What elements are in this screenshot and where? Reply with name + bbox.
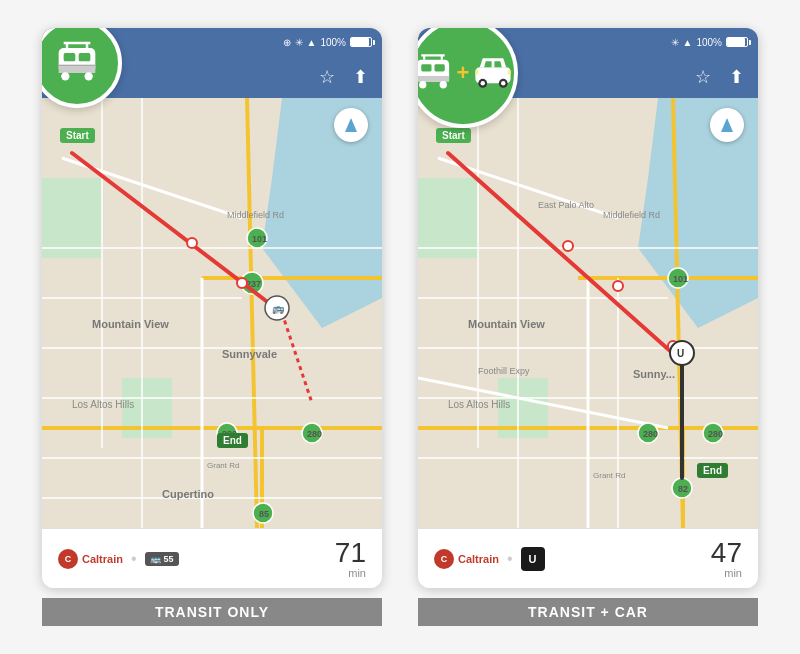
- svg-text:Middlefield Rd: Middlefield Rd: [227, 210, 284, 220]
- phone-frame-left: 17:21 ⊕ ✳ ▲ 100% ☆ ⬆: [42, 28, 382, 588]
- svg-text:280: 280: [708, 429, 723, 439]
- main-container: 17:21 ⊕ ✳ ▲ 100% ☆ ⬆: [16, 12, 784, 642]
- info-bar-left: C Caltrain • 🚌 55 71 min: [42, 528, 382, 588]
- svg-text:Sunny...: Sunny...: [633, 368, 675, 380]
- svg-rect-13: [42, 178, 102, 258]
- time-unit-left: min: [335, 567, 366, 579]
- gps-icon-left: ⊕: [283, 37, 291, 48]
- battery-pct-left: 100%: [320, 37, 346, 48]
- svg-point-56: [419, 81, 426, 88]
- transit-only-label: TRANSIT ONLY: [42, 598, 382, 626]
- map-area-left: 237 101 280 280 85: [42, 98, 382, 528]
- battery-pct-right: 100%: [696, 37, 722, 48]
- dot-sep-left: •: [131, 550, 137, 568]
- share-icon-right[interactable]: ⬆: [729, 66, 744, 88]
- dot-sep-right: •: [507, 550, 513, 568]
- route-info-left: C Caltrain • 🚌 55: [58, 549, 179, 569]
- train-icon: [52, 38, 102, 88]
- share-icon-left[interactable]: ⬆: [353, 66, 368, 88]
- time-display-left: 71 min: [335, 539, 366, 579]
- transit-only-icon-circle: [42, 28, 122, 108]
- uber-badge-right: U: [521, 547, 545, 571]
- svg-point-4: [61, 72, 69, 80]
- map-area-right: Foothill Expy 101 280 280 82: [418, 98, 758, 528]
- svg-text:82: 82: [678, 484, 688, 494]
- battery-icon-right: [726, 37, 748, 47]
- car-icon-right: [471, 51, 515, 95]
- svg-text:101: 101: [252, 234, 267, 244]
- svg-point-100: [563, 241, 573, 251]
- svg-text:Grant Rd: Grant Rd: [207, 461, 239, 470]
- train-icon-right: [418, 51, 455, 95]
- svg-text:Mountain View: Mountain View: [468, 318, 545, 330]
- svg-point-57: [439, 81, 446, 88]
- svg-rect-6: [59, 65, 96, 67]
- battery-icon-left: [350, 37, 372, 47]
- svg-text:280: 280: [307, 429, 322, 439]
- svg-point-68: [502, 81, 506, 85]
- svg-text:101: 101: [673, 274, 688, 284]
- svg-text:280: 280: [643, 429, 658, 439]
- svg-marker-62: [480, 58, 506, 67]
- bus-icon-left: 🚌: [150, 554, 161, 564]
- map-bg-right: Foothill Expy 101 280 280 82: [418, 98, 758, 528]
- svg-text:U: U: [677, 348, 684, 359]
- caltrain-icon-left: C: [58, 549, 78, 569]
- svg-point-42: [237, 278, 247, 288]
- svg-point-101: [613, 281, 623, 291]
- compass-arrow-right: [721, 118, 733, 132]
- star-icon-right[interactable]: ☆: [695, 66, 711, 88]
- compass-arrow-left: [345, 118, 357, 132]
- time-display-right: 47 min: [711, 539, 742, 579]
- svg-rect-53: [421, 64, 431, 71]
- transit-car-label: TRANSIT + CAR: [418, 598, 758, 626]
- status-icons-left: ⊕ ✳ ▲ 100%: [283, 37, 372, 48]
- bluetooth-icon-right: ✳: [671, 37, 679, 48]
- svg-rect-69: [476, 70, 479, 74]
- end-marker-right: End: [697, 463, 728, 478]
- transit-icon-container-left: [42, 28, 122, 108]
- transit-car-icon-circle: +: [418, 28, 518, 128]
- svg-rect-54: [434, 64, 444, 71]
- svg-rect-2: [79, 53, 91, 61]
- svg-rect-3: [59, 66, 96, 73]
- caltrain-icon-right: C: [434, 549, 454, 569]
- transit-only-card: 17:21 ⊕ ✳ ▲ 100% ☆ ⬆: [32, 28, 392, 626]
- svg-rect-73: [418, 178, 478, 258]
- compass-button-right[interactable]: [710, 108, 744, 142]
- phone-frame-right: +: [418, 28, 758, 588]
- plus-sign-icon: +: [457, 62, 470, 84]
- svg-text:Sunnyvale: Sunnyvale: [222, 348, 277, 360]
- time-number-left: 71: [335, 539, 366, 567]
- map-svg-left: 237 101 280 280 85: [42, 98, 382, 528]
- svg-rect-1: [64, 53, 76, 61]
- svg-text:Los Altos Hills: Los Altos Hills: [72, 399, 134, 410]
- end-marker-left: End: [217, 433, 248, 448]
- svg-text:Middlefield Rd: Middlefield Rd: [603, 210, 660, 220]
- start-marker-right: Start: [436, 128, 471, 143]
- svg-text:85: 85: [259, 509, 269, 519]
- start-marker-left: Start: [60, 128, 95, 143]
- svg-text:Mountain View: Mountain View: [92, 318, 169, 330]
- map-bg-left: 237 101 280 280 85: [42, 98, 382, 528]
- svg-rect-55: [418, 76, 449, 82]
- time-unit-right: min: [711, 567, 742, 579]
- svg-text:Cupertino: Cupertino: [162, 488, 214, 500]
- transit-car-icon-container: +: [418, 28, 518, 128]
- svg-text:Foothill Expy: Foothill Expy: [478, 366, 530, 376]
- svg-point-66: [481, 81, 485, 85]
- svg-rect-70: [508, 70, 511, 74]
- time-number-right: 47: [711, 539, 742, 567]
- svg-point-41: [187, 238, 197, 248]
- transit-car-card: +: [408, 28, 768, 626]
- svg-text:East Palo Alto: East Palo Alto: [538, 200, 594, 210]
- signal-icon-right: ▲: [683, 37, 693, 48]
- bluetooth-icon-left: ✳: [295, 37, 303, 48]
- svg-text:Los Altos Hills: Los Altos Hills: [448, 399, 510, 410]
- info-bar-right: C Caltrain • U 47 min: [418, 528, 758, 588]
- star-icon-left[interactable]: ☆: [319, 66, 335, 88]
- route-info-right: C Caltrain • U: [434, 547, 545, 571]
- svg-text:🚌: 🚌: [272, 302, 285, 315]
- compass-button-left[interactable]: [334, 108, 368, 142]
- transit-plus-car-icons: +: [418, 51, 515, 95]
